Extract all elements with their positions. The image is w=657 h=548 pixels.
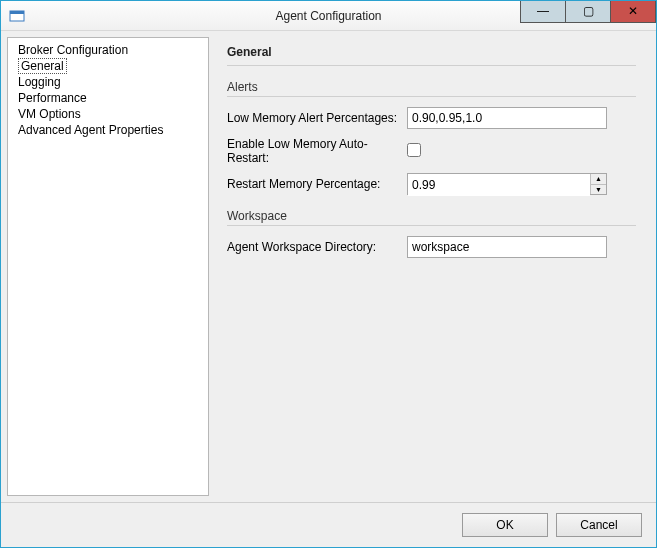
workspace-directory-row: Agent Workspace Directory: [227,236,636,258]
close-button[interactable]: ✕ [610,1,656,23]
window-controls: — ▢ ✕ [521,1,656,23]
dialog-window: Agent Configuration — ▢ ✕ Broker Configu… [0,0,657,548]
restart-percentage-input[interactable] [408,174,590,196]
sidebar-item-advanced-agent-properties[interactable]: Advanced Agent Properties [8,122,208,138]
sidebar-item-logging[interactable]: Logging [8,74,208,90]
restart-percentage-spinner: ▲ ▼ [407,173,607,195]
enable-auto-restart-checkbox[interactable] [407,143,421,157]
minimize-button[interactable]: — [520,1,566,23]
restart-percentage-row: Restart Memory Percentage: ▲ ▼ [227,173,636,195]
workspace-directory-label: Agent Workspace Directory: [227,240,407,254]
app-icon [9,8,25,24]
sidebar-item-vm-options[interactable]: VM Options [8,106,208,122]
low-memory-percentages-label: Low Memory Alert Percentages: [227,111,407,125]
titlebar[interactable]: Agent Configuration — ▢ ✕ [1,1,656,31]
workspace-group-header: Workspace [227,209,636,226]
restart-percentage-label: Restart Memory Percentage: [227,177,407,191]
close-icon: ✕ [628,5,638,17]
low-memory-percentages-input[interactable] [407,107,607,129]
minimize-icon: — [537,5,549,17]
workspace-group: Workspace Agent Workspace Directory: [227,209,636,258]
workspace-directory-input[interactable] [407,236,607,258]
main-panel: General Alerts Low Memory Alert Percenta… [213,37,650,496]
page-title: General [227,45,636,66]
chevron-up-icon: ▲ [595,175,602,182]
chevron-down-icon: ▼ [595,186,602,193]
category-sidebar: Broker Configuration General Logging Per… [7,37,209,496]
sidebar-item-broker-configuration[interactable]: Broker Configuration [8,42,208,58]
low-memory-percentages-row: Low Memory Alert Percentages: [227,107,636,129]
content-area: Broker Configuration General Logging Per… [1,31,656,502]
enable-auto-restart-label: Enable Low Memory Auto-Restart: [227,137,407,165]
sidebar-item-performance[interactable]: Performance [8,90,208,106]
alerts-group: Alerts Low Memory Alert Percentages: Ena… [227,80,636,195]
spinner-down-button[interactable]: ▼ [591,185,606,195]
ok-button[interactable]: OK [462,513,548,537]
maximize-icon: ▢ [583,5,594,17]
alerts-group-header: Alerts [227,80,636,97]
enable-auto-restart-row: Enable Low Memory Auto-Restart: [227,137,636,165]
sidebar-item-general[interactable]: General [8,58,208,74]
maximize-button[interactable]: ▢ [565,1,611,23]
cancel-button[interactable]: Cancel [556,513,642,537]
dialog-footer: OK Cancel [1,502,656,547]
svg-rect-1 [10,11,24,14]
spinner-up-button[interactable]: ▲ [591,174,606,185]
